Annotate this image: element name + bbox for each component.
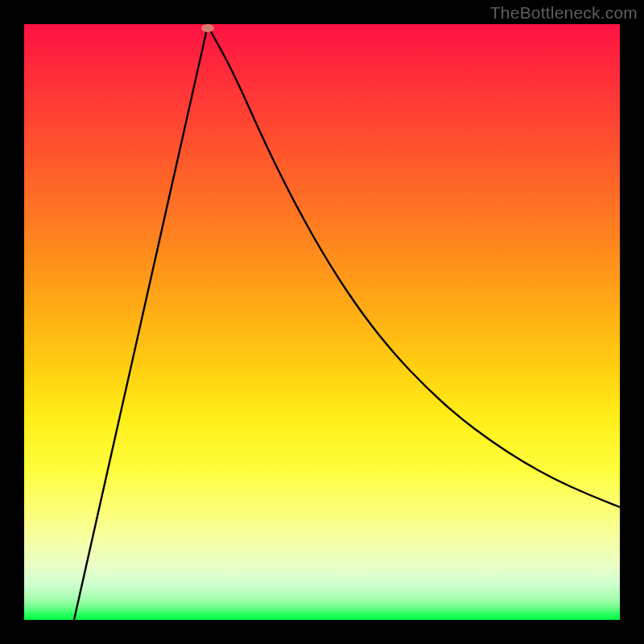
watermark-text: TheBottleneck.com (490, 3, 638, 23)
chart-frame: TheBottleneck.com (0, 0, 644, 644)
minimum-marker (201, 24, 214, 32)
bottleneck-curve (24, 24, 620, 620)
curve-left-branch (74, 26, 208, 620)
plot-area (24, 24, 620, 620)
curve-right-branch (208, 26, 620, 507)
